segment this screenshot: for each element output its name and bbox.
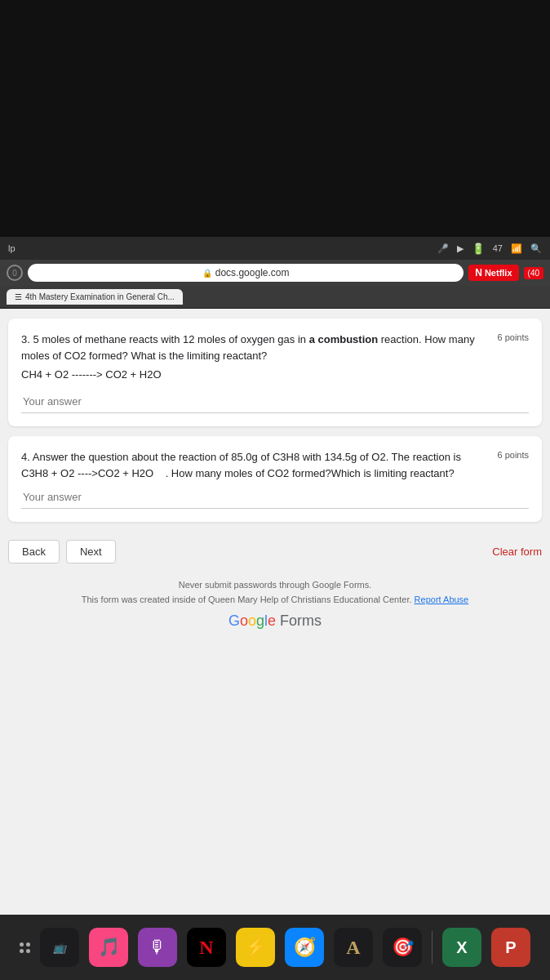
battery-icon: 🔋 [472, 243, 485, 255]
dock-apple-tv[interactable]: 📺 [40, 928, 79, 967]
dock-netflix[interactable]: N [187, 928, 226, 967]
disclaimer-text: Never submit passwords through Google Fo… [8, 580, 542, 590]
system-bar-left-label: lp [8, 243, 16, 253]
address-bar-row: 0 🔒 docs.google.com N Netflix (40 [0, 260, 550, 286]
search-icon[interactable]: 🔍 [530, 243, 542, 254]
dock-powerpoint-icon: P [505, 938, 516, 957]
address-bar[interactable]: 🔒 docs.google.com [28, 264, 464, 282]
created-by-main: This form was created inside of Queen Ma… [82, 595, 412, 604]
dock-netflix-icon: N [199, 937, 213, 959]
dock-music[interactable]: 🎵 [89, 928, 128, 967]
tabs-row: ☰ 4th Mastery Examination in General Ch.… [0, 286, 550, 308]
dock-bolt-icon: ⚡ [245, 937, 267, 958]
dock-podcasts[interactable]: 🎙 [138, 928, 177, 967]
system-bar: lp 🎤 ▶ 🔋 47 📶 🔍 [0, 237, 550, 260]
netflix-n-icon: N [475, 267, 482, 278]
dock-a-icon: A [346, 937, 360, 959]
circle-inner: 0 [12, 269, 17, 278]
netflix-button[interactable]: N Netflix [468, 265, 518, 281]
wifi-icon: 📶 [511, 243, 522, 254]
mic-icon: 🎤 [437, 243, 449, 254]
dock-target[interactable]: 🎯 [383, 928, 422, 967]
dock-font-app[interactable]: A [334, 928, 373, 967]
question-3-header: 3. 5 moles of methane reacts with 12 mol… [21, 332, 529, 363]
question-4-header: 4. Answer the question about the reactio… [21, 449, 529, 481]
battery-level: 47 [493, 243, 503, 253]
dock-bolt[interactable]: ⚡ [236, 928, 275, 967]
question-3-points: 6 points [497, 332, 529, 342]
clear-form-link[interactable]: Clear form [492, 546, 542, 558]
report-abuse-link[interactable]: Report Abuse [415, 595, 469, 604]
lock-icon: 🔒 [202, 269, 212, 278]
tab-mastery-exam[interactable]: ☰ 4th Mastery Examination in General Ch.… [7, 289, 183, 305]
question-4-points: 6 points [497, 449, 529, 460]
dock-excel-icon: X [456, 938, 467, 957]
question-4-answer-input[interactable] [21, 486, 529, 509]
youtube-badge[interactable]: (40 [524, 267, 543, 279]
dock-target-icon: 🎯 [392, 937, 414, 958]
question-4-text: 4. Answer the question about the reactio… [21, 449, 490, 481]
dock-compass-icon: 🧭 [294, 937, 316, 958]
dock-powerpoint[interactable]: P [491, 928, 530, 967]
netflix-label: Netflix [485, 268, 512, 278]
next-button[interactable]: Next [66, 540, 116, 564]
question-3-answer-input[interactable] [21, 390, 529, 413]
dock-excel[interactable]: X [442, 928, 481, 967]
footer-section: Never submit passwords through Google Fo… [8, 580, 542, 630]
action-row: Back Next Clear form [8, 532, 542, 572]
tab-icon: ☰ [15, 292, 22, 301]
question-3-equation: CH4 + O2 -------> CO2 + H2O [21, 368, 529, 381]
dock-grid-icon[interactable] [20, 942, 30, 953]
youtube-badge-text: (40 [528, 269, 539, 278]
dock: 📺 🎵 🎙 N ⚡ 🧭 A 🎯 X P [0, 915, 550, 980]
dock-divider [432, 931, 432, 964]
google-forms-logo: Google Forms [8, 612, 542, 630]
main-content: 3. 5 moles of methane reacts with 12 mol… [0, 309, 550, 915]
play-icon: ▶ [457, 243, 464, 254]
dock-compass[interactable]: 🧭 [285, 928, 324, 967]
dock-podcasts-icon: 🎙 [149, 937, 166, 958]
browser-chrome: 0 🔒 docs.google.com N Netflix (40 ☰ 4th … [0, 260, 550, 308]
dock-tv-icon: 📺 [53, 942, 66, 954]
created-by-text: This form was created inside of Queen Ma… [8, 595, 542, 604]
dock-music-icon: 🎵 [98, 937, 120, 958]
question-4-card: 4. Answer the question about the reactio… [8, 436, 542, 522]
question-3-text: 3. 5 moles of methane reacts with 12 mol… [21, 332, 490, 363]
back-button[interactable]: Back [8, 540, 60, 564]
tab-label: 4th Mastery Examination in General Ch... [25, 292, 175, 301]
question-3-card: 3. 5 moles of methane reacts with 12 mol… [8, 318, 542, 426]
system-bar-right: 🎤 ▶ 🔋 47 📶 🔍 [437, 243, 542, 255]
top-dark-area [0, 0, 550, 237]
address-text: docs.google.com [215, 267, 290, 278]
circle-button[interactable]: 0 [7, 265, 23, 281]
